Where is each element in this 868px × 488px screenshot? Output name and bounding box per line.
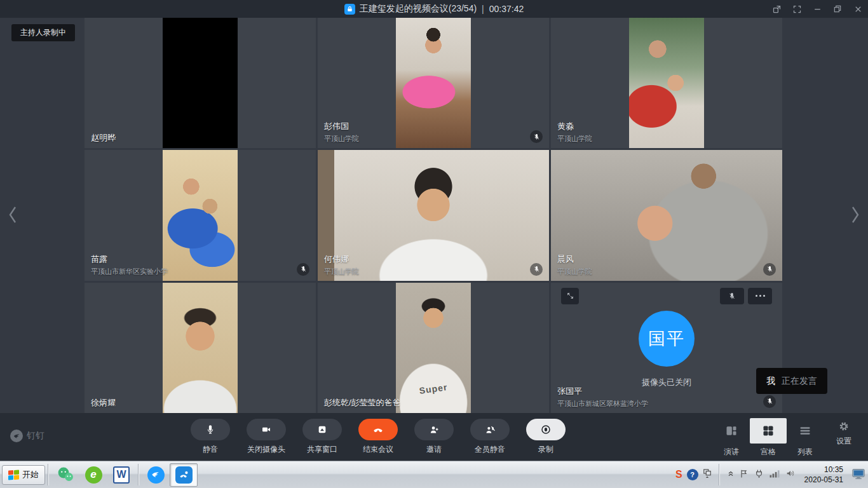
participant-name: 张国平 [557,386,648,397]
muted-mic-icon [530,263,543,276]
participant-label: 苗露 平顶山市新华区实验小学 [91,254,168,276]
camera-icon [247,419,286,440]
titlebar: 王建玺发起的视频会议(23/54) | 00:37:42 [0,0,868,18]
participant-school: 平顶山市新城区翠林蓝湾小学 [557,399,648,409]
360-browser-icon[interactable]: e [79,463,107,487]
tray-clock[interactable]: 10:35 2020-05-31 [804,464,843,485]
share-window-button[interactable]: 共享窗口 [300,419,344,455]
view-label: 列表 [797,447,813,458]
minimize-icon[interactable] [812,4,822,14]
muted-mic-icon [297,263,309,276]
tile-more-button[interactable] [748,288,772,304]
start-button[interactable]: 开始 [2,465,45,485]
view-label: 宫格 [761,447,776,458]
invite-button[interactable]: 邀请 [412,419,456,455]
dingtalk-icon[interactable] [142,463,170,487]
mic-icon [191,419,230,440]
mute-button[interactable]: 静音 [188,419,233,455]
video-feed [163,18,238,148]
tile-pengweiguo[interactable]: 彭伟国 平顶山学院 [318,18,549,148]
video-feed [396,18,471,148]
avatar: 国平 [639,311,695,367]
tile-xubingyao[interactable]: 徐炳耀 [85,283,316,413]
view-mode-list[interactable]: 列表 [787,418,824,458]
tile-zhangguoping[interactable]: 国平 摄像头已关闭 张国平 平顶山市新城区翠林蓝湾小学 [551,283,782,413]
word-icon[interactable]: W [107,463,135,487]
gear-icon [838,421,850,432]
button-label: 共享窗口 [307,444,337,455]
participant-name: 彭统乾/彭莹莹的爸爸 [324,397,401,409]
end-meeting-button[interactable]: 结束会议 [356,419,400,455]
participant-grid: 赵明晔 彭伟国 平顶山学院 黄淼 平顶山学院 苗露 平顶山市新华区实验小学 [85,18,782,413]
tile-huangmiao[interactable]: 黄淼 平顶山学院 [551,18,782,148]
participant-label: 徐炳耀 [91,397,116,409]
windows-taskbar: 开始 e W S ? [0,461,868,488]
prev-page-arrow[interactable] [5,201,20,229]
video-feed [163,150,238,280]
expand-tile-button[interactable] [561,288,579,304]
view-mode-grid[interactable]: 宫格 [750,418,787,458]
host-recording-badge: 主持人录制中 [11,24,75,41]
next-page-arrow[interactable] [848,201,863,229]
fullscreen-icon[interactable] [792,4,802,14]
shirt-text: Super [419,382,448,396]
view-mode-speaker[interactable]: 演讲 [713,418,750,458]
conference-toolbar: 钉钉 静音 关闭摄像头 共享窗口 结束会议 [0,413,868,461]
action-center-flag-icon[interactable] [739,468,749,482]
tray-divider [719,464,720,485]
participant-label: 何伟娜 平顶山学院 [324,254,359,276]
view-mode-group: 演讲 宫格 列表 [713,418,824,458]
record-button[interactable]: 录制 [524,419,568,455]
share-window-icon [302,419,342,440]
wechat-icon[interactable] [51,463,79,487]
tray-time: 10:35 [804,464,843,475]
network-signal-icon[interactable] [769,469,780,481]
participant-name: 彭伟国 [324,121,359,132]
person-add-icon [414,419,454,440]
display-monitor-icon[interactable] [851,468,865,482]
tile-chenfeng[interactable]: 晨风 平顶山学院 [551,150,782,280]
participant-label: 彭统乾/彭莹莹的爸爸 [324,397,401,409]
lock-icon [344,4,355,15]
tile-mute-button[interactable] [720,288,744,304]
button-label: 结束会议 [363,444,393,455]
sogou-icon[interactable]: S [675,469,682,480]
participant-school: 平顶山学院 [557,267,592,276]
mute-all-button[interactable]: 全员静音 [468,419,512,455]
tile-miaolu[interactable]: 苗露 平顶山市新华区实验小学 [85,150,316,280]
tile-pengtongqian[interactable]: Super 彭统乾/彭莹莹的爸爸 [318,283,549,413]
participant-name: 徐炳耀 [91,397,116,409]
input-method-icon[interactable] [703,468,712,481]
tile-heweina[interactable]: 何伟娜 平顶山学院 [318,150,549,280]
toolbar-buttons: 静音 关闭摄像头 共享窗口 结束会议 邀请 [188,419,568,455]
button-label: 静音 [203,444,218,455]
power-plug-icon[interactable] [754,468,764,482]
settings-button[interactable]: 设置 [827,421,861,447]
start-label: 开始 [22,469,39,480]
mute-all-icon [470,419,510,440]
camera-off-button[interactable]: 关闭摄像头 [244,419,288,455]
settings-label: 设置 [836,436,851,447]
close-icon[interactable] [853,4,863,14]
popout-icon[interactable] [771,4,782,14]
participant-name: 黄淼 [557,121,592,132]
hidden-icons-chevron[interactable] [727,469,735,480]
brand-label: 钉钉 [27,430,44,442]
tray-date: 2020-05-31 [804,475,843,485]
participant-school: 平顶山学院 [557,134,592,144]
restore-icon[interactable] [832,4,843,14]
taskbar-divider [48,464,49,485]
tile-zhaomingye[interactable]: 赵明晔 [85,18,316,148]
muted-mic-icon [763,263,776,276]
meeting-title: 王建玺发起的视频会议(23/54) [360,3,477,15]
end-call-icon [358,419,398,440]
meeting-app-icon[interactable] [170,463,198,487]
dingtalk-logo-icon [10,430,23,442]
speaker-name: 我 [766,376,775,387]
help-icon[interactable]: ? [687,469,698,480]
dingtalk-brand: 钉钉 [10,430,44,442]
volume-icon[interactable] [785,468,796,481]
muted-mic-icon [530,130,543,143]
system-tray: S ? 10:35 2020-05-31 [675,461,868,488]
speaking-toast: 我 正在发言 [756,368,827,394]
